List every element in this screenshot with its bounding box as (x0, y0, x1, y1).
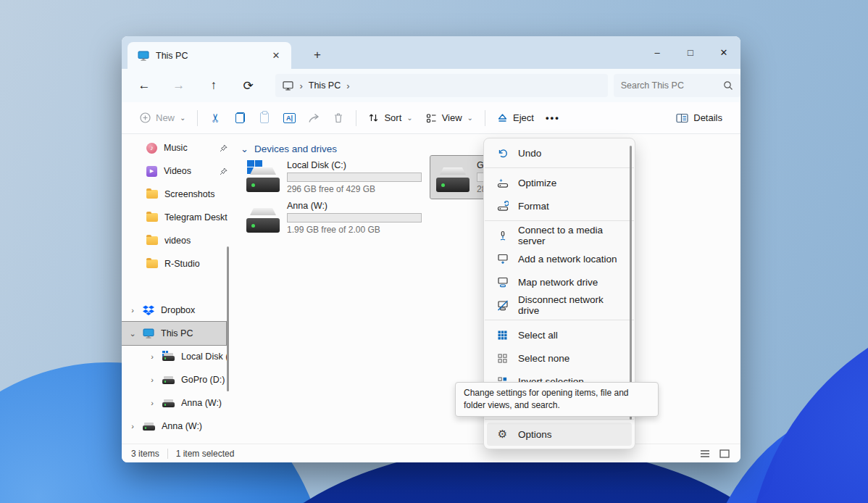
sidebar-item-label: videos (164, 236, 228, 246)
refresh-button[interactable]: ⟳ (235, 74, 262, 97)
large-icons-view-toggle[interactable] (718, 448, 731, 460)
eject-button[interactable]: Eject (491, 106, 541, 130)
delete-button[interactable] (326, 106, 351, 130)
capacity-bar (287, 213, 422, 223)
menu-item-label: Select all (518, 330, 558, 341)
drive-tile-local-disk-c[interactable]: Local Disk (C:) 296 GB free of 429 GB (241, 156, 427, 199)
sidebar-item-label: R-Studio (164, 259, 228, 269)
forward-button[interactable]: → (166, 74, 192, 97)
details-pane-button[interactable]: Details (669, 106, 729, 130)
chevron-right-icon[interactable]: › (129, 422, 136, 431)
folder-icon (146, 213, 158, 222)
back-button[interactable]: ← (131, 74, 157, 97)
menu-item-select-all[interactable]: Select all (487, 323, 632, 346)
folder-icon (146, 259, 158, 268)
up-button[interactable]: ↑ (201, 74, 227, 97)
maximize-button[interactable]: □ (674, 36, 707, 69)
pin-icon (220, 167, 228, 175)
sidebar-item-anna-w[interactable]: › Anna (W:) (122, 391, 230, 415)
undo-icon (496, 148, 509, 159)
share-icon (308, 113, 320, 123)
menu-separator (485, 419, 634, 420)
chevron-down-icon: ⌄ (180, 114, 185, 122)
large-icons-view-icon (719, 449, 730, 458)
sidebar-item-label: Music (164, 143, 213, 153)
chevron-down-icon: ⌄ (406, 114, 412, 122)
details-label: Details (693, 112, 722, 123)
copy-button[interactable] (228, 106, 252, 130)
this-pc-icon (143, 328, 154, 338)
menu-item-connect-media-server[interactable]: Connect to a media server (487, 224, 632, 247)
breadcrumb-chevron-icon: › (299, 80, 302, 91)
share-button[interactable] (301, 106, 326, 130)
optimize-icon (496, 178, 509, 188)
close-button[interactable]: ✕ (707, 36, 740, 69)
divider (485, 110, 485, 126)
group-header-devices-and-drives[interactable]: ⌄ Devices and drives (241, 144, 337, 154)
minimize-button[interactable]: – (640, 36, 674, 69)
drive-icon (246, 207, 280, 233)
menu-separator (485, 320, 634, 320)
address-bar[interactable]: › This PC › (275, 74, 607, 97)
sidebar-item-r-studio[interactable]: R-Studio (122, 252, 230, 275)
menu-item-label: Select none (518, 353, 569, 364)
this-pc-icon (138, 51, 149, 61)
cut-button[interactable]: ✂ (203, 106, 228, 130)
search-box[interactable]: Search This PC (614, 74, 740, 97)
tab-this-pc[interactable]: This PC ✕ (128, 42, 291, 69)
chevron-right-icon[interactable]: › (149, 352, 156, 361)
details-view-toggle[interactable] (698, 448, 711, 460)
drive-tile-anna-w[interactable]: Anna (W:) 1.99 GB free of 2.00 GB (241, 196, 427, 239)
chevron-down-icon[interactable]: ⌄ (241, 144, 249, 154)
paste-icon (260, 112, 269, 123)
view-icon (426, 113, 437, 123)
format-icon (496, 201, 509, 212)
chevron-right-icon[interactable]: › (149, 399, 156, 407)
sidebar-item-local-disk-c[interactable]: › Local Disk (C:) (122, 345, 230, 368)
chevron-right-icon[interactable]: › (129, 306, 136, 315)
menu-item-optimize[interactable]: Optimize (487, 171, 632, 194)
menu-item-options[interactable]: ⚙ Options (487, 423, 632, 446)
menu-item-disconnect-network-drive[interactable]: Disconnect network drive (487, 294, 632, 317)
see-more-button[interactable]: ••• (541, 106, 565, 130)
tab-close-icon[interactable]: ✕ (268, 48, 284, 64)
sort-button[interactable]: Sort ⌄ (362, 106, 419, 130)
sidebar-item-gopro-d[interactable]: › GoPro (D:) (122, 368, 230, 391)
group-header-label: Devices and drives (254, 144, 337, 154)
menu-item-add-network-location[interactable]: Add a network location (487, 247, 632, 270)
menu-item-map-network-drive[interactable]: Map network drive (487, 270, 632, 294)
folder-icon (146, 236, 158, 245)
menu-item-select-none[interactable]: Select none (487, 346, 632, 370)
chevron-right-icon[interactable]: › (149, 375, 156, 384)
chevron-down-icon[interactable]: ⌄ (129, 329, 136, 338)
menu-scrollbar[interactable] (630, 146, 632, 420)
new-button[interactable]: New ⌄ (133, 106, 192, 130)
sidebar-item-dropbox[interactable]: › Dropbox (122, 299, 230, 322)
sidebar-item-label: Local Disk (C:) (181, 352, 228, 362)
pin-icon (220, 144, 228, 152)
new-label: New (156, 112, 175, 123)
sidebar-item-videos-folder[interactable]: videos (122, 229, 230, 252)
view-button[interactable]: View ⌄ (420, 106, 480, 130)
sidebar-scrollbar[interactable] (227, 246, 229, 391)
paste-button[interactable] (252, 106, 277, 130)
sidebar-item-music[interactable]: ♪ Music (122, 136, 230, 159)
breadcrumb-chevron-icon[interactable]: › (346, 80, 349, 91)
sidebar-item-anna-w-network[interactable]: › Anna (W:) (122, 415, 230, 438)
menu-item-label: Disconnect network drive (518, 294, 622, 316)
menu-item-undo[interactable]: Undo (487, 141, 632, 165)
new-tab-button[interactable]: + (307, 45, 327, 65)
menu-item-label: Undo (518, 148, 541, 159)
divider (167, 449, 168, 459)
sidebar-item-screenshots[interactable]: Screenshots (122, 183, 230, 206)
drive-icon (143, 423, 155, 431)
sidebar-item-this-pc[interactable]: ⌄ This PC (122, 322, 226, 345)
breadcrumb-this-pc[interactable]: This PC (309, 80, 341, 91)
sidebar-item-videos[interactable]: ▶ Videos (122, 159, 230, 183)
menu-item-format[interactable]: Format (487, 194, 632, 217)
sidebar-item-telegram-desktop[interactable]: Telegram Desktop (122, 206, 230, 229)
rename-button[interactable]: A| (277, 106, 301, 130)
sidebar-item-label: Anna (W:) (162, 421, 228, 431)
copy-icon (235, 112, 245, 123)
folder-icon (146, 190, 158, 199)
